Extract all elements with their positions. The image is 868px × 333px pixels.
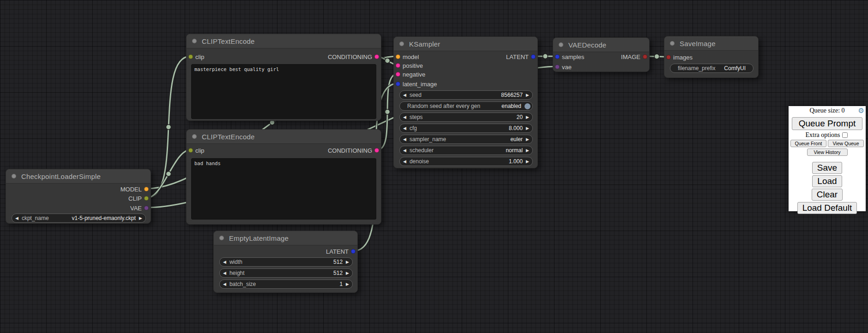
input-slot-model[interactable] <box>396 54 400 59</box>
input-slot-label: clip <box>195 54 205 60</box>
node-title: SaveImage <box>680 40 716 48</box>
right-arrow-icon[interactable]: ▶ <box>523 157 532 166</box>
right-arrow-icon[interactable]: ▶ <box>136 214 145 222</box>
widget-height[interactable]: ◀ height 512 ▶ <box>219 268 353 278</box>
load-button[interactable]: Load <box>812 175 842 187</box>
widget-seed[interactable]: ◀ seed 8566257 ▶ <box>399 90 533 100</box>
collapse-dot-icon[interactable] <box>192 134 197 139</box>
right-arrow-icon[interactable]: ▶ <box>523 124 532 132</box>
input-slot-latent_image[interactable] <box>396 82 400 86</box>
widget-width[interactable]: ◀ width 512 ▶ <box>219 257 353 267</box>
left-arrow-icon[interactable]: ◀ <box>220 280 229 288</box>
output-slot-label: CONDITIONING <box>328 54 372 60</box>
node-clip-text-encode-negative[interactable]: CLIPTextEncode clip CONDITIONINGbad hand… <box>186 129 381 225</box>
prompt-textarea[interactable]: masterpiece best quality girl <box>191 64 376 119</box>
right-arrow-icon[interactable]: ▶ <box>343 269 352 277</box>
left-arrow-icon[interactable]: ◀ <box>400 146 410 155</box>
output-slot-LATENT[interactable] <box>351 249 356 254</box>
node-graph-canvas[interactable]: CheckpointLoaderSimple MODEL CLIP VAE ◀ … <box>0 0 868 333</box>
node-title-bar: CLIPTextEncode <box>187 34 381 48</box>
left-arrow-icon[interactable]: ◀ <box>400 135 410 143</box>
output-slot-label: VAE <box>130 205 142 212</box>
node-title-bar: VAEDecode <box>553 38 649 52</box>
widget-sampler_name[interactable]: ◀ sampler_name euler ▶ <box>399 135 533 144</box>
input-slot-label: model <box>403 54 419 60</box>
left-arrow-icon[interactable]: ◀ <box>400 91 410 99</box>
output-slot-IMAGE[interactable] <box>643 54 647 59</box>
widget-steps[interactable]: ◀ steps 20 ▶ <box>399 113 533 122</box>
toggle-dot-icon[interactable] <box>524 103 530 109</box>
widget-label: height <box>229 270 245 276</box>
left-arrow-icon[interactable]: ◀ <box>400 113 410 121</box>
right-arrow-icon[interactable]: ▶ <box>523 113 532 121</box>
right-arrow-icon[interactable]: ▶ <box>343 280 352 288</box>
right-arrow-icon[interactable]: ▶ <box>343 258 352 266</box>
node-ksampler[interactable]: KSampler model positive negative latent_… <box>393 36 538 168</box>
left-arrow-icon[interactable]: ◀ <box>220 269 229 277</box>
input-slot-positive[interactable] <box>396 63 400 68</box>
right-arrow-icon[interactable]: ▶ <box>523 91 532 99</box>
widget-value: v1-5-pruned-emaonly.ckpt <box>72 215 136 221</box>
gear-icon[interactable]: ⚙ <box>858 107 864 115</box>
left-arrow-icon[interactable]: ◀ <box>400 124 410 132</box>
output-slot-label: LATENT <box>326 248 349 255</box>
extra-options-checkbox[interactable] <box>842 132 848 138</box>
node-empty-latent-image[interactable]: EmptyLatentImage LATENT ◀ width 512 ▶ ◀ … <box>213 231 358 293</box>
queue-front-button[interactable]: Queue Front <box>790 140 826 147</box>
widget-denoise[interactable]: ◀ denoise 1.000 ▶ <box>399 157 533 166</box>
collapse-dot-icon[interactable] <box>192 39 197 43</box>
widget-value: 20 <box>517 114 523 120</box>
node-title: CLIPTextEncode <box>202 37 255 45</box>
node-save-image[interactable]: SaveImage images filename_prefix ComfyUI <box>664 36 759 78</box>
widget-label: steps <box>410 114 423 120</box>
output-slot-CLIP[interactable] <box>144 196 149 201</box>
widget-filename_prefix[interactable]: filename_prefix ComfyUI <box>670 64 753 73</box>
input-slot-images[interactable] <box>666 55 671 59</box>
queue-prompt-button[interactable]: Queue Prompt <box>792 117 862 130</box>
view-queue-button[interactable]: View Queue <box>828 140 864 147</box>
widget-value: 512 <box>333 270 343 276</box>
node-title: KSampler <box>409 40 440 48</box>
output-slot-LATENT[interactable] <box>531 54 536 59</box>
view-history-button[interactable]: View History <box>807 149 848 156</box>
left-arrow-icon[interactable]: ◀ <box>400 157 410 166</box>
input-slot-vae[interactable] <box>555 65 560 69</box>
node-checkpoint-loader[interactable]: CheckpointLoaderSimple MODEL CLIP VAE ◀ … <box>6 169 151 224</box>
queue-size-label: Queue size: 0 <box>809 107 844 114</box>
widget-batch_size[interactable]: ◀ batch_size 1 ▶ <box>219 279 353 289</box>
node-vae-decode[interactable]: VAEDecode samples vae IMAGE <box>553 37 650 72</box>
node-title-bar: CheckpointLoaderSimple <box>6 169 151 184</box>
prompt-textarea[interactable]: bad hands <box>191 158 376 220</box>
right-arrow-icon[interactable]: ▶ <box>523 146 532 155</box>
collapse-dot-icon[interactable] <box>219 236 224 240</box>
clear-button[interactable]: Clear <box>812 189 843 201</box>
widget-ckpt_name[interactable]: ◀ ckpt_name v1-5-pruned-emaonly.ckpt ▶ <box>12 214 146 223</box>
left-arrow-icon[interactable]: ◀ <box>220 258 229 266</box>
collapse-dot-icon[interactable] <box>559 42 563 47</box>
input-slot-clip[interactable] <box>188 54 193 59</box>
input-slot-negative[interactable] <box>396 72 400 77</box>
output-slot-MODEL[interactable] <box>144 187 149 191</box>
node-title: VAEDecode <box>568 41 606 49</box>
input-slot-clip[interactable] <box>188 148 193 153</box>
output-slot-label: CONDITIONING <box>328 147 372 154</box>
right-arrow-icon[interactable]: ▶ <box>523 135 532 143</box>
widget-scheduler[interactable]: ◀ scheduler normal ▶ <box>399 146 533 155</box>
input-slot-samples[interactable] <box>555 54 560 59</box>
output-slot-CONDITIONING[interactable] <box>374 148 379 153</box>
node-title-bar: EmptyLatentImage <box>214 231 357 245</box>
collapse-dot-icon[interactable] <box>670 41 675 46</box>
output-slot-CONDITIONING[interactable] <box>374 54 379 59</box>
left-arrow-icon[interactable]: ◀ <box>12 214 22 222</box>
widget-value: 8.000 <box>509 125 523 131</box>
save-button[interactable]: Save <box>812 162 842 174</box>
widget-label: seed <box>410 92 422 98</box>
collapse-dot-icon[interactable] <box>12 174 16 178</box>
collapse-dot-icon[interactable] <box>399 42 404 46</box>
widget-cfg[interactable]: ◀ cfg 8.000 ▶ <box>399 124 533 133</box>
widget-random-seed-after-every-gen[interactable]: Random seed after every gen enabled <box>399 101 533 111</box>
output-slot-label: IMAGE <box>621 54 640 60</box>
output-slot-VAE[interactable] <box>144 206 149 210</box>
load-default-button[interactable]: Load Default <box>797 202 857 214</box>
node-clip-text-encode-positive[interactable]: CLIPTextEncode clip CONDITIONINGmasterpi… <box>186 34 381 121</box>
